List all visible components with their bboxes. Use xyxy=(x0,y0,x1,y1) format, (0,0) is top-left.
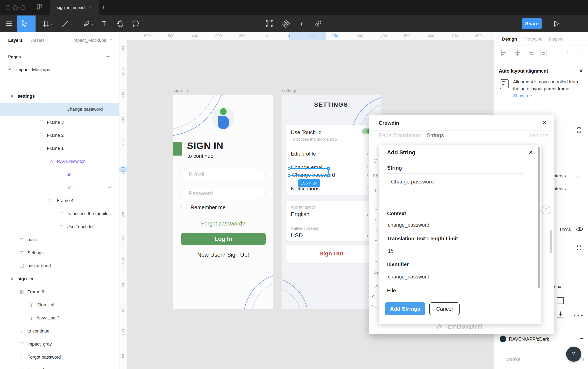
align-center-button[interactable] xyxy=(514,50,521,57)
context-value[interactable]: change_password xyxy=(388,222,429,228)
length-limit-value[interactable]: 15 xyxy=(388,248,394,254)
modal-scrollbar[interactable] xyxy=(550,230,552,253)
layer-row[interactable]: Frame 2 xyxy=(0,129,119,142)
independent-corners-icon[interactable] xyxy=(577,245,581,250)
frame-tool-button[interactable]: ⌄ xyxy=(40,15,56,32)
color-style-swatch[interactable] xyxy=(500,336,506,342)
layer-row[interactable]: TUse Touch Id xyxy=(0,220,119,233)
mask-button[interactable]: ◐ xyxy=(297,15,307,32)
layer-row[interactable]: Frame 1 xyxy=(0,142,119,155)
stroke-width-value[interactable]: 5 px xyxy=(553,284,561,289)
identifier-value[interactable]: change_password xyxy=(388,274,429,280)
stroke-style-icon[interactable] xyxy=(557,297,564,304)
sign-out-button[interactable]: Sign Out xyxy=(286,250,377,257)
show-me-link[interactable]: Show me xyxy=(513,93,532,98)
layer-row[interactable]: TSettings xyxy=(0,246,119,259)
tab-inspect[interactable]: Inspect xyxy=(549,37,564,42)
dialog-close-icon[interactable]: ✕ xyxy=(528,149,533,156)
help-circle-icon[interactable]: ? xyxy=(541,206,550,214)
layer-row[interactable]: TNew User? xyxy=(0,311,119,325)
hidden-eye-icon[interactable] xyxy=(106,186,111,189)
layer-row[interactable]: background xyxy=(0,259,119,272)
dialog-scrollbar[interactable] xyxy=(538,147,540,288)
selection-box[interactable] xyxy=(289,168,329,176)
document-tab[interactable]: sign_in_impact ✕ xyxy=(50,0,99,15)
pen-tool-button[interactable]: ⌄ xyxy=(80,15,97,32)
close-icon[interactable]: ✕ xyxy=(579,68,583,74)
plugin-close-icon[interactable]: ✕ xyxy=(542,119,547,126)
text-tool-button[interactable]: T xyxy=(100,15,109,32)
layer-row[interactable]: #settings xyxy=(0,90,119,103)
remember-me-checkbox[interactable] xyxy=(181,204,187,209)
detach-style-button[interactable]: − xyxy=(580,335,584,342)
more-options-icon[interactable] xyxy=(574,315,583,316)
align-left-button[interactable] xyxy=(501,50,508,57)
expand-chevron-icon[interactable]: ⌄ xyxy=(374,248,378,253)
tab-prototype[interactable]: Prototype xyxy=(523,37,543,42)
layer-row[interactable]: TSign Up! xyxy=(0,299,119,311)
move-up-button[interactable]: ↑ xyxy=(566,49,569,56)
add-strings-button[interactable]: Add Strings xyxy=(385,302,425,315)
visibility-eye-icon[interactable] xyxy=(576,227,583,232)
tab-assets[interactable]: Assets xyxy=(31,38,44,43)
move-tool-chevron-icon[interactable]: ⌄ xyxy=(29,22,31,25)
layer-row[interactable]: TTo access the mobile... xyxy=(0,207,119,220)
layer-row[interactable]: on xyxy=(0,168,119,181)
constraints-icon[interactable] xyxy=(576,125,582,135)
align-right-button[interactable] xyxy=(527,50,534,57)
currency-value[interactable]: USD xyxy=(291,232,303,239)
edit-profile-item[interactable]: Edit profile xyxy=(291,151,316,157)
layer-row[interactable]: #Remember me xyxy=(0,364,119,369)
layer-row[interactable]: Frame 3 xyxy=(0,116,119,129)
layer-row[interactable]: TChange password xyxy=(0,103,119,116)
password-field[interactable]: Password xyxy=(181,188,266,199)
main-menu-button[interactable] xyxy=(4,15,13,32)
page-item[interactable]: impact_Mockups xyxy=(16,67,50,72)
color-style-name[interactable]: RAVEN/APP/cDark xyxy=(509,337,549,342)
sign-up-text[interactable]: New User? Sign Up! xyxy=(173,252,273,258)
app-language-value[interactable]: English xyxy=(291,211,310,218)
distribute-button[interactable] xyxy=(540,50,547,57)
layer-row[interactable]: #sign_in xyxy=(0,272,119,285)
add-stroke-button[interactable]: + xyxy=(582,356,585,363)
tab-close-icon[interactable]: ✕ xyxy=(88,5,92,10)
tab-design[interactable]: Design xyxy=(502,37,517,42)
layer-row[interactable]: Tback xyxy=(0,233,119,246)
log-in-button[interactable]: Log In xyxy=(181,233,266,245)
traffic-light-zoom-icon[interactable] xyxy=(21,5,25,10)
tab-settings[interactable]: Settings xyxy=(529,132,549,139)
layer-row[interactable]: Frame 6 xyxy=(0,285,119,299)
cancel-button[interactable]: Cancel xyxy=(429,302,460,315)
present-button[interactable] xyxy=(551,15,562,32)
email-field[interactable]: E-mail xyxy=(181,169,266,180)
layer-row[interactable]: impact_gray xyxy=(0,338,119,351)
layer-row[interactable]: Frame 4 xyxy=(0,194,119,207)
page-switcher[interactable]: impact_Mockups xyxy=(73,38,106,43)
tab-page-translation[interactable]: Page Translation xyxy=(379,132,420,139)
frame-label[interactable]: sign_in xyxy=(174,88,188,93)
expand-chevron-icon[interactable]: ⌄ xyxy=(374,237,378,242)
move-down-button[interactable]: ↓ xyxy=(580,49,583,56)
pen-tool-chevron-icon[interactable]: ⌄ xyxy=(91,22,94,25)
create-component-button[interactable] xyxy=(281,15,291,32)
string-input[interactable]: Change password xyxy=(386,173,525,203)
traffic-light-close-icon[interactable] xyxy=(6,5,10,10)
traffic-light-minimize-icon[interactable] xyxy=(13,5,18,10)
expand-chevron-icon[interactable]: ⌄ xyxy=(374,227,378,232)
move-tool-button[interactable]: ⌄ xyxy=(17,16,35,32)
hand-tool-button[interactable] xyxy=(115,15,125,32)
layer-row[interactable]: off xyxy=(0,181,119,194)
expand-chevron-icon[interactable]: ⌄ xyxy=(374,258,378,263)
export-download-icon[interactable] xyxy=(556,311,564,319)
edit-object-button[interactable] xyxy=(265,15,275,32)
layer-row[interactable]: Tto continue xyxy=(0,325,119,338)
opacity-value[interactable]: 100% xyxy=(559,227,571,233)
layer-row[interactable]: ◇RAVEN/switch xyxy=(0,155,119,168)
forgot-password-link[interactable]: Forgot password? xyxy=(173,220,273,227)
expand-chevron-icon[interactable]: ⌄ xyxy=(374,206,378,211)
shape-tool-chevron-icon[interactable]: ⌄ xyxy=(70,22,72,25)
new-tab-button[interactable]: + xyxy=(102,4,105,10)
frame-label[interactable]: settings xyxy=(282,88,297,93)
tab-layers[interactable]: Layers xyxy=(8,38,23,43)
link-button[interactable] xyxy=(313,15,324,32)
